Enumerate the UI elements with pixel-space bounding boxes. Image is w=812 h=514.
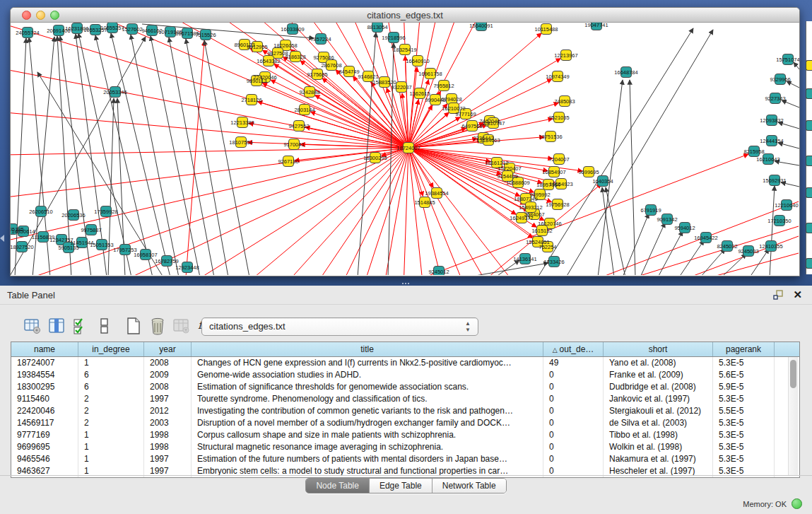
table-cell[interactable]: 0 [543, 369, 604, 381]
table-cell[interactable]: 2008 [144, 381, 192, 393]
table-select-dropdown[interactable]: citations_edges.txt ▲▼ [201, 317, 478, 336]
graph-edge[interactable] [606, 187, 625, 275]
table-cell[interactable]: 6 [78, 369, 144, 381]
graph-node[interactable] [806, 88, 812, 99]
table-cell[interactable]: Nakamura et al. (1997) [604, 453, 713, 465]
table-cell[interactable]: 5.3E-5 [713, 357, 775, 369]
graph-edge[interactable] [15, 38, 26, 275]
table-cell[interactable]: 1997 [144, 393, 192, 405]
graph-edge[interactable] [782, 100, 799, 107]
table-cell[interactable]: 6 [78, 381, 144, 393]
table-cell[interactable]: 0 [543, 381, 604, 393]
table-cell[interactable]: 9115460 [11, 393, 78, 405]
graph-edge[interactable] [11, 148, 408, 165]
table-cell[interactable]: 0 [543, 453, 604, 465]
graph-edge[interactable] [11, 23, 408, 148]
table-vertical-scrollbar[interactable] [788, 357, 798, 476]
table-cell[interactable]: 22420046 [11, 405, 78, 417]
graph-edge[interactable] [11, 23, 408, 148]
table-cell[interactable]: Changes of HCN gene expression and I(f) … [192, 357, 543, 369]
show-column-icon[interactable] [47, 317, 66, 335]
table-cell[interactable]: de Silva et al. (2003) [604, 417, 713, 429]
network-window-titlebar[interactable]: citations_edges.txt [11, 8, 799, 23]
graph-edge[interactable] [722, 254, 746, 275]
graph-node[interactable] [806, 156, 812, 166]
select-all-checks-icon[interactable] [71, 317, 90, 335]
table-cell[interactable]: 1 [78, 357, 144, 369]
table-cell[interactable]: 5.3E-5 [713, 429, 775, 441]
scrollbar-thumb[interactable] [790, 360, 796, 388]
table-row[interactable]: 1830029562008Estimation of significance … [11, 381, 799, 393]
table-cell[interactable]: Yano et al. (2008) [604, 357, 713, 369]
delete-table-icon[interactable] [172, 317, 191, 335]
table-cell[interactable]: 14569117 [11, 417, 78, 429]
table-cell[interactable]: 2 [78, 405, 144, 417]
table-row[interactable]: 1938455462009Genome-wide association stu… [11, 369, 799, 381]
table-cell[interactable]: 2 [78, 417, 144, 429]
table-cell[interactable]: Genome-wide association studies in ADHD. [192, 369, 543, 381]
graph-edge[interactable] [495, 260, 519, 275]
column-header-in_degree[interactable]: in_degree [78, 342, 144, 356]
graph-edge[interactable] [11, 23, 408, 148]
table-row[interactable]: 977716911998Corpus callosum shape and si… [11, 429, 799, 441]
graph-edge[interactable] [136, 23, 408, 148]
table-cell[interactable]: 0 [543, 429, 604, 441]
table-row[interactable]: 911546021997Tourette syndrome. Phenomeno… [11, 393, 799, 405]
table-cell[interactable]: 5.3E-5 [713, 441, 775, 453]
float-window-icon[interactable] [773, 290, 784, 300]
table-cell[interactable]: Stergiakouli et al. (2012) [604, 405, 713, 417]
table-cell[interactable]: Estimation of the future numbers of pati… [192, 453, 543, 465]
network-canvas[interactable]: 1872400789601238912955182260589827508165… [11, 23, 799, 275]
column-header-year[interactable]: year [144, 342, 192, 356]
table-cell[interactable]: 1 [78, 453, 144, 465]
table-row[interactable]: 1456911722003Disruption of a novel membe… [11, 417, 799, 429]
graph-edge[interactable] [11, 23, 408, 148]
graph-node[interactable] [806, 258, 812, 269]
delete-icon[interactable] [148, 317, 167, 335]
table-cell[interactable]: 5.6E-5 [713, 369, 775, 381]
table-cell[interactable]: 1 [78, 429, 144, 441]
column-header-pagerank[interactable]: pagerank [713, 342, 775, 356]
graph-edge[interactable] [408, 148, 799, 275]
graph-edge[interactable] [408, 148, 799, 275]
table-cell[interactable]: 0 [543, 393, 604, 405]
table-cell[interactable]: 9465546 [11, 453, 78, 465]
new-document-icon[interactable] [124, 317, 143, 335]
graph-edge[interactable] [408, 23, 747, 148]
graph-edge[interactable] [658, 231, 683, 275]
clear-selection-icon[interactable] [95, 317, 114, 335]
table-settings-icon[interactable] [23, 317, 42, 335]
table-cell[interactable]: 5.9E-5 [713, 381, 775, 393]
column-header-short[interactable]: short [604, 342, 713, 356]
graph-edge[interactable] [11, 23, 408, 148]
table-cell[interactable]: Estimation of significance thresholds fo… [192, 381, 543, 393]
table-cell[interactable]: 18724007 [11, 357, 78, 369]
graph-node[interactable] [806, 120, 812, 131]
graph-edge[interactable] [237, 148, 408, 275]
graph-edge[interactable] [640, 223, 665, 275]
background-network-window-edge[interactable] [806, 21, 812, 274]
table-cell[interactable]: 9777169 [11, 429, 78, 441]
table-cell[interactable]: 5.5E-5 [713, 405, 775, 417]
graph-edge[interactable] [169, 37, 214, 275]
tab-node-table[interactable]: Node Table [306, 479, 370, 493]
close-icon[interactable]: ✕ [793, 288, 802, 301]
table-cell[interactable]: Structural magnetic resonance image aver… [192, 441, 543, 453]
table-cell[interactable]: Jankovic et al. (1997) [604, 393, 713, 405]
table-cell[interactable]: 2003 [144, 417, 192, 429]
graph-edge[interactable] [11, 23, 408, 148]
table-cell[interactable]: 2 [78, 393, 144, 405]
graph-edge[interactable] [408, 148, 779, 275]
graph-edge[interactable] [315, 95, 408, 148]
table-cell[interactable]: Tibbo et al. (1998) [604, 429, 713, 441]
column-header-title[interactable]: title [192, 342, 543, 356]
network-graph[interactable]: 1872400789601238912955182260589827508165… [11, 23, 799, 275]
graph-node[interactable] [806, 60, 812, 71]
table-cell[interactable]: Disruption of a novel member of a sodium… [192, 417, 543, 429]
splitter-handle[interactable] [400, 281, 411, 285]
column-header-name[interactable]: name [11, 342, 78, 356]
table-cell[interactable]: 49 [543, 357, 604, 369]
graph-edge[interactable] [538, 28, 693, 275]
table-cell[interactable]: Wolkin et al. (1998) [604, 441, 713, 453]
table-cell[interactable]: Tourette syndrome. Phenomenology and cla… [192, 393, 543, 405]
